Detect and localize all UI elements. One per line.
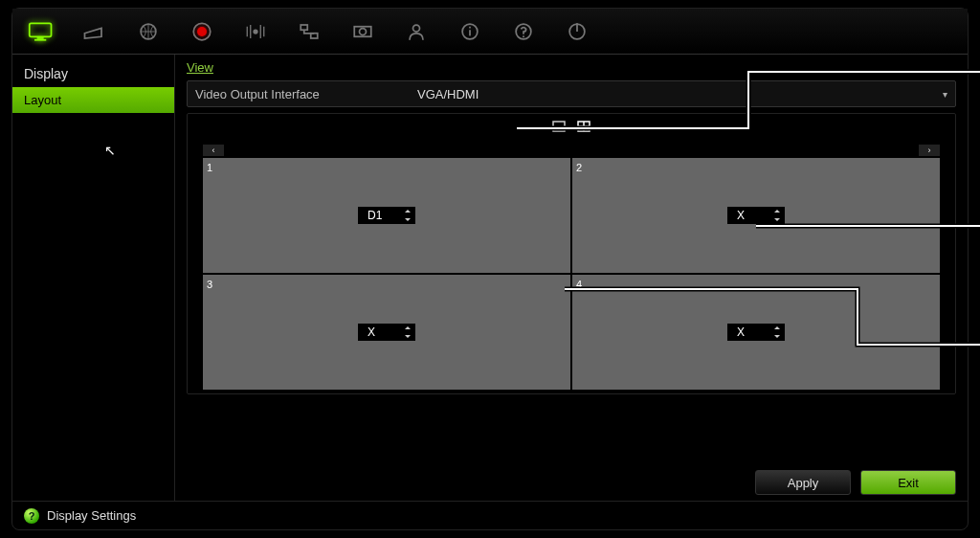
tab-view[interactable]: View bbox=[187, 55, 213, 80]
info-icon[interactable] bbox=[453, 16, 487, 47]
monitor-icon[interactable] bbox=[24, 16, 58, 47]
globe-icon[interactable] bbox=[131, 16, 166, 47]
sidebar: Display Layout bbox=[12, 55, 175, 501]
svg-point-10 bbox=[413, 25, 420, 32]
svg-rect-0 bbox=[30, 23, 52, 36]
layout-panel: ‹ › 1 D1 2 X 3 X bbox=[187, 113, 956, 394]
video-output-row[interactable]: Video Output Interface VGA/HDMI ▾ bbox=[187, 80, 956, 107]
camera-icon[interactable] bbox=[78, 16, 112, 47]
cell-channel-select-2[interactable]: X bbox=[727, 207, 785, 224]
hdd-icon[interactable] bbox=[345, 16, 380, 47]
sidebar-category: Display bbox=[12, 60, 174, 87]
main-panel: View Video Output Interface VGA/HDMI ▾ bbox=[175, 55, 968, 501]
layout-cell-2[interactable]: 2 X bbox=[572, 158, 940, 273]
layout-cell-1[interactable]: 1 D1 bbox=[203, 158, 570, 273]
user-icon[interactable] bbox=[399, 16, 434, 47]
svg-rect-13 bbox=[469, 26, 471, 28]
video-output-value: VGA/HDMI bbox=[417, 87, 931, 101]
help-icon[interactable] bbox=[506, 16, 541, 47]
svg-rect-6 bbox=[301, 25, 307, 30]
quad-view-icon[interactable] bbox=[577, 121, 590, 135]
apply-button[interactable]: Apply bbox=[755, 470, 851, 495]
page-next-button[interactable]: › bbox=[919, 145, 940, 156]
svg-point-5 bbox=[253, 29, 257, 34]
cell-number: 4 bbox=[576, 279, 582, 290]
layout-cell-4[interactable]: 4 X bbox=[572, 275, 940, 390]
status-label: Display Settings bbox=[47, 508, 136, 523]
cell-number: 2 bbox=[576, 162, 582, 173]
network-icon[interactable] bbox=[292, 16, 326, 47]
svg-rect-17 bbox=[576, 23, 578, 32]
svg-rect-2 bbox=[34, 38, 46, 40]
help-status-icon[interactable]: ? bbox=[24, 508, 39, 524]
cell-number: 1 bbox=[207, 162, 212, 173]
svg-rect-18 bbox=[553, 122, 565, 131]
cell-channel-select-4[interactable]: X bbox=[727, 324, 785, 341]
page-prev-button[interactable]: ‹ bbox=[203, 145, 224, 156]
cursor-icon: ↖ bbox=[104, 143, 116, 158]
power-icon[interactable] bbox=[560, 16, 594, 47]
exit-button[interactable]: Exit bbox=[860, 470, 956, 495]
svg-rect-12 bbox=[469, 30, 471, 35]
sidebar-item-layout[interactable]: Layout bbox=[12, 87, 174, 113]
layout-cell-3[interactable]: 3 X bbox=[203, 275, 570, 390]
record-icon[interactable] bbox=[185, 16, 219, 47]
sidebar-item-label: Layout bbox=[24, 93, 61, 107]
top-toolbar bbox=[12, 9, 968, 55]
svg-rect-15 bbox=[523, 35, 524, 37]
video-output-label: Video Output Interface bbox=[195, 87, 406, 101]
svg-rect-1 bbox=[37, 37, 44, 39]
svg-point-4 bbox=[193, 23, 211, 40]
single-view-icon[interactable] bbox=[552, 121, 566, 135]
svg-point-9 bbox=[360, 28, 367, 34]
status-bar: ? Display Settings bbox=[12, 501, 968, 529]
cell-channel-select-1[interactable]: D1 bbox=[358, 207, 415, 224]
motion-icon[interactable] bbox=[238, 16, 273, 47]
cell-channel-select-3[interactable]: X bbox=[358, 324, 415, 341]
dropdown-caret-icon: ▾ bbox=[943, 89, 947, 100]
cell-number: 3 bbox=[207, 279, 212, 290]
